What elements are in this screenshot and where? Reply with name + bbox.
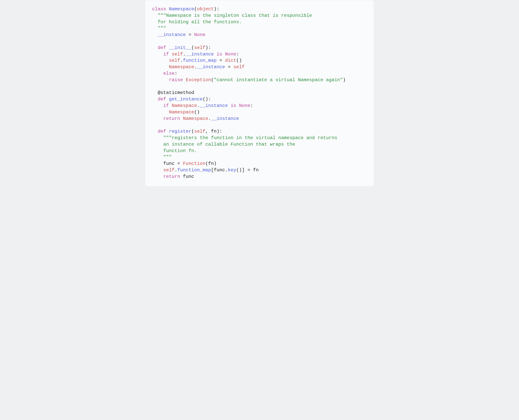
indent [152,129,158,134]
none-literal: None [225,52,236,57]
indent [152,64,169,69]
paren: ( [194,7,197,12]
var-func: func [163,161,175,166]
method-key: key [228,167,236,173]
class-ref-function: Function [183,161,206,166]
class-ref-namespace: Namespace [169,110,194,115]
keyword-is: is [217,52,222,57]
docstring: """registers the function in the virtual… [152,135,337,141]
space [228,103,231,108]
operator-eq: = [175,161,183,166]
keyword-if: if [163,103,172,108]
indent [152,90,158,95]
colon: : [236,52,239,57]
builtin-dict: dict [225,58,236,63]
keyword-def: def [158,129,169,134]
decorator-staticmethod: @staticmethod [158,90,194,95]
dot: . [175,167,178,173]
paren: ): [205,45,211,50]
paren: () [236,58,242,63]
dot: . [197,103,200,108]
attr-instance: __instance [200,103,228,108]
docstring: """ [152,26,166,31]
docstring: an instance of callable Function that wr… [152,142,295,147]
code-block: class Namespace(object): """Namespace is… [145,0,374,187]
indent [152,167,163,173]
space [236,103,239,108]
dot: . [194,64,197,69]
keyword-def: def [158,97,169,102]
docstring: function fn. [152,148,197,153]
indent [152,58,169,63]
paren: ): [217,129,222,134]
class-attr-instance: __instance [158,32,186,37]
operator-eq: = [225,64,233,69]
attr-instance: __instance [186,52,214,57]
func-name-register: register [169,129,191,134]
class-ref-namespace: Namespace [183,116,208,121]
self: self [169,58,180,63]
attr-instance: __instance [197,64,225,69]
var-fn: fn [208,161,214,166]
param-fn: fn [211,129,217,134]
docstring: """Namespace is the singleton class that… [152,13,312,18]
func-name-init: __init__ [169,45,191,50]
indent [152,45,158,50]
class-ref-namespace: Namespace [169,64,194,69]
indent [152,103,163,108]
paren: ( [191,45,194,50]
indent [152,161,163,166]
paren: () [236,167,242,173]
operator-eq: = [186,32,194,37]
param-self: self [194,129,206,134]
operator-eq: = [245,167,253,173]
none-literal: None [239,103,250,108]
keyword-if: if [163,52,172,57]
indent [152,71,163,76]
docstring: """ [152,155,172,160]
paren: (): [203,97,211,102]
paren: ): [214,7,219,12]
keyword-else: else [163,71,175,76]
paren: ( [191,129,194,134]
indent [152,116,163,121]
func-name-get-instance: get_instance [169,97,202,102]
param-self: self [194,45,206,50]
var-fn: fn [253,167,259,173]
self: self [172,52,183,57]
self: self [233,64,245,69]
attr-function-map: function_map [183,58,217,63]
var-func: func [214,167,225,173]
indent [152,174,163,179]
paren: ( [211,77,214,82]
colon: : [250,103,253,108]
operator-eq: = [217,58,225,63]
self: self [163,167,175,173]
paren: () [194,110,200,115]
none-literal: None [194,32,206,37]
keyword-return: return [163,174,183,179]
dot: . [225,167,228,173]
class-name: Namespace [169,7,194,12]
keyword-raise: raise [169,77,186,82]
indent [152,97,158,102]
bracket: ] [242,167,245,173]
attr-function-map: function_map [177,167,211,173]
dot: . [208,116,211,121]
keyword-def: def [158,45,169,50]
class-ref-exception: Exception [186,77,211,82]
dot: . [180,58,183,63]
comma: , [205,129,211,134]
string-literal: "cannot instantiate a virtual Namespace … [214,77,343,82]
space [214,52,217,57]
docstring: for holding all the functions. [152,19,242,25]
dot: . [183,52,186,57]
var-func: func [183,174,194,179]
keyword-class: class [152,7,169,12]
paren: ( [205,161,208,166]
bracket: [ [211,167,214,173]
keyword-return: return [163,116,183,121]
class-ref-namespace: Namespace [172,103,197,108]
colon: : [175,71,178,76]
keyword-is: is [231,103,236,108]
